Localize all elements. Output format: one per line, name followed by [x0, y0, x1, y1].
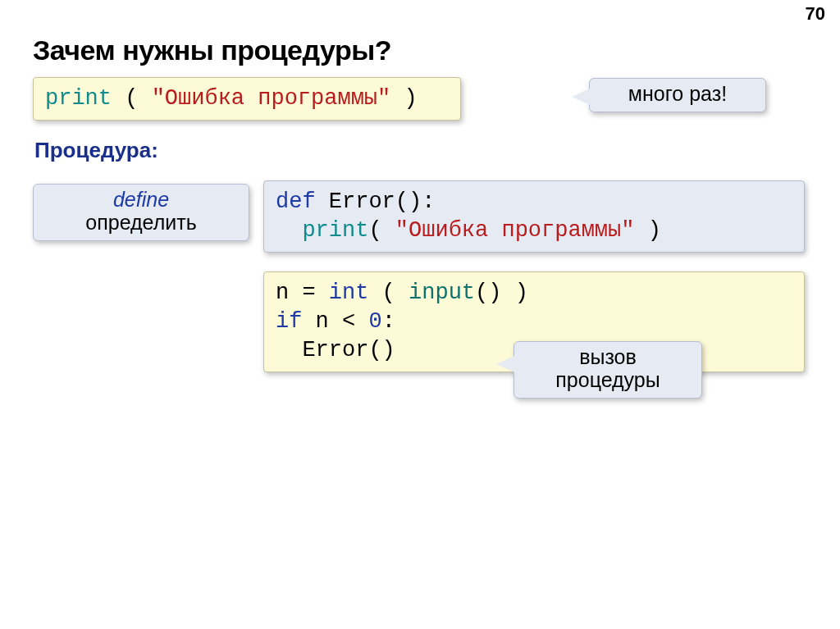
token: n =: [276, 280, 329, 305]
token-int: int: [329, 280, 369, 305]
token-paren: (: [112, 86, 152, 111]
token-string: "Ошибка программы": [395, 218, 635, 243]
callout-define: define определить: [33, 184, 249, 241]
callout-pointer: [572, 89, 590, 105]
callout-many-times: много раз!: [589, 78, 766, 112]
subtitle: Процедура:: [34, 138, 158, 163]
token-rest: Error():: [316, 189, 436, 214]
token-def: def: [276, 189, 316, 214]
token: (: [368, 280, 409, 305]
callout-text: много раз!: [628, 82, 727, 105]
callout-call: вызов процедуры: [514, 341, 702, 399]
code-line: print( "Ошибка программы" ): [276, 217, 792, 245]
code-line: n = int ( input() ): [276, 279, 792, 308]
callout-define-ru: определить: [85, 211, 196, 234]
code-line: if n < 0:: [276, 308, 792, 336]
token-print: print: [302, 218, 368, 243]
code-block-2: def Error(): print( "Ошибка программы" ): [263, 180, 805, 253]
token-input: input: [409, 280, 475, 305]
code-block-1: print ( "Ошибка программы" ): [33, 77, 461, 121]
token-string: "Ошибка программы": [152, 86, 391, 111]
token: Error(): [276, 338, 395, 362]
token: (): [475, 280, 501, 305]
page-number: 70: [806, 3, 825, 25]
page-title: Зачем нужны процедуры?: [33, 34, 391, 66]
token-paren: ): [634, 218, 660, 243]
token-zero: 0: [368, 309, 381, 334]
token: :: [382, 309, 395, 334]
token: n <: [302, 309, 368, 334]
token: ): [501, 280, 527, 305]
token-indent: [276, 218, 302, 243]
token-paren: ): [390, 86, 417, 111]
token-paren: (: [368, 218, 395, 243]
callout-define-en: define: [113, 188, 169, 211]
callout-pointer: [224, 197, 242, 213]
token-if: if: [276, 309, 302, 334]
code-line: def Error():: [276, 188, 792, 217]
callout-pointer: [496, 356, 514, 372]
token-print: print: [45, 86, 112, 111]
callout-call-l1: вызов: [579, 345, 637, 368]
callout-call-l2: процедуры: [555, 368, 660, 391]
code-line: print ( "Ошибка программы" ): [45, 84, 449, 113]
